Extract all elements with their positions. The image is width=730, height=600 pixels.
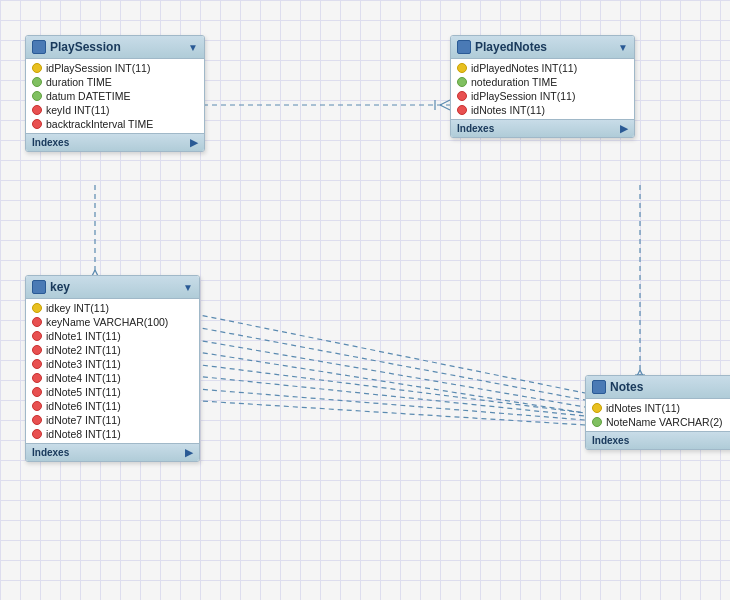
table-row: idPlaySession INT(11) [26, 61, 204, 75]
fk-icon [32, 331, 42, 341]
field-label: idPlaySession INT(11) [46, 62, 150, 74]
fk-icon [32, 345, 42, 355]
pk-icon [32, 63, 42, 73]
field-icon [32, 77, 42, 87]
playsession-table: PlaySession ▼ idPlaySession INT(11) dura… [25, 35, 205, 152]
table-icon [457, 40, 471, 54]
table-row: idPlayedNotes INT(11) [451, 61, 634, 75]
field-label: idNotes INT(11) [471, 104, 545, 116]
svg-line-12 [185, 312, 585, 393]
field-icon [457, 77, 467, 87]
field-label: idNote4 INT(11) [46, 372, 121, 384]
notes-footer[interactable]: Indexes ▶ [586, 431, 730, 449]
fk-icon [32, 373, 42, 383]
svg-line-20 [185, 363, 585, 413]
svg-line-2 [440, 105, 450, 110]
table-row: idNote6 INT(11) [26, 399, 199, 413]
table-row: idNotes INT(11) [451, 103, 634, 117]
notes-title: Notes [610, 380, 643, 394]
table-row: keyName VARCHAR(100) [26, 315, 199, 329]
field-label: NoteName VARCHAR(2) [606, 416, 723, 428]
svg-line-16 [185, 338, 585, 407]
table-icon [32, 280, 46, 294]
indexes-label: Indexes [592, 435, 629, 446]
pk-icon [457, 63, 467, 73]
field-label: datum DATETIME [46, 90, 130, 102]
indexes-label: Indexes [32, 447, 69, 458]
playednotes-header[interactable]: PlayedNotes ▼ [451, 36, 634, 59]
footer-arrow: ▶ [185, 447, 193, 458]
table-row: idNote1 INT(11) [26, 329, 199, 343]
fk-icon [32, 387, 42, 397]
playednotes-dropdown[interactable]: ▼ [618, 42, 628, 53]
fk-icon [32, 119, 42, 129]
field-label: noteduration TIME [471, 76, 557, 88]
svg-line-24 [185, 388, 585, 420]
indexes-label: Indexes [32, 137, 69, 148]
fk-icon [32, 359, 42, 369]
pk-icon [32, 303, 42, 313]
table-row: idNote7 INT(11) [26, 413, 199, 427]
table-row: idNotes INT(11) [586, 401, 730, 415]
field-label: idNotes INT(11) [606, 402, 680, 414]
fk-icon [32, 429, 42, 439]
key-title: key [50, 280, 70, 294]
table-row: idNote3 INT(11) [26, 357, 199, 371]
field-label: keyName VARCHAR(100) [46, 316, 168, 328]
key-table: key ▼ idkey INT(11) keyName VARCHAR(100)… [25, 275, 200, 462]
svg-line-22 [185, 375, 585, 416]
playednotes-title: PlayedNotes [475, 40, 547, 54]
field-icon [592, 417, 602, 427]
notes-header[interactable]: Notes ▼ [586, 376, 730, 399]
playednotes-table: PlayedNotes ▼ idPlayedNotes INT(11) note… [450, 35, 635, 138]
playednotes-footer[interactable]: Indexes ▶ [451, 119, 634, 137]
table-row: NoteName VARCHAR(2) [586, 415, 730, 429]
table-row: duration TIME [26, 75, 204, 89]
table-row: idkey INT(11) [26, 301, 199, 315]
svg-line-26 [185, 400, 585, 425]
table-row: idNote8 INT(11) [26, 427, 199, 441]
field-label: idNote7 INT(11) [46, 414, 121, 426]
table-icon [592, 380, 606, 394]
field-label: idNote6 INT(11) [46, 400, 121, 412]
playsession-body: idPlaySession INT(11) duration TIME datu… [26, 59, 204, 133]
table-row: noteduration TIME [451, 75, 634, 89]
key-footer[interactable]: Indexes ▶ [26, 443, 199, 461]
field-label: idNote5 INT(11) [46, 386, 121, 398]
field-label: idkey INT(11) [46, 302, 109, 314]
key-header[interactable]: key ▼ [26, 276, 199, 299]
table-row: idNote4 INT(11) [26, 371, 199, 385]
footer-arrow: ▶ [190, 137, 198, 148]
table-row: idPlaySession INT(11) [451, 89, 634, 103]
field-icon [32, 91, 42, 101]
fk-icon [457, 91, 467, 101]
notes-body: idNotes INT(11) NoteName VARCHAR(2) [586, 399, 730, 431]
svg-line-1 [440, 100, 450, 105]
notes-table: Notes ▼ idNotes INT(11) NoteName VARCHAR… [585, 375, 730, 450]
field-label: idPlayedNotes INT(11) [471, 62, 577, 74]
key-dropdown[interactable]: ▼ [183, 282, 193, 293]
key-body: idkey INT(11) keyName VARCHAR(100) idNot… [26, 299, 199, 443]
footer-arrow: ▶ [620, 123, 628, 134]
playednotes-body: idPlayedNotes INT(11) noteduration TIME … [451, 59, 634, 119]
svg-line-14 [185, 325, 585, 400]
fk-icon [32, 415, 42, 425]
field-label: idNote1 INT(11) [46, 330, 121, 342]
table-icon [32, 40, 46, 54]
fk-icon [457, 105, 467, 115]
table-row: datum DATETIME [26, 89, 204, 103]
field-label: backtrackInterval TIME [46, 118, 153, 130]
indexes-label: Indexes [457, 123, 494, 134]
table-row: backtrackInterval TIME [26, 117, 204, 131]
fk-icon [32, 401, 42, 411]
table-row: idNote5 INT(11) [26, 385, 199, 399]
playsession-footer[interactable]: Indexes ▶ [26, 133, 204, 151]
field-label: idPlaySession INT(11) [471, 90, 575, 102]
svg-line-18 [185, 350, 585, 413]
playsession-dropdown[interactable]: ▼ [188, 42, 198, 53]
field-label: duration TIME [46, 76, 112, 88]
field-label: idNote3 INT(11) [46, 358, 121, 370]
pk-icon [592, 403, 602, 413]
playsession-header[interactable]: PlaySession ▼ [26, 36, 204, 59]
fk-icon [32, 317, 42, 327]
